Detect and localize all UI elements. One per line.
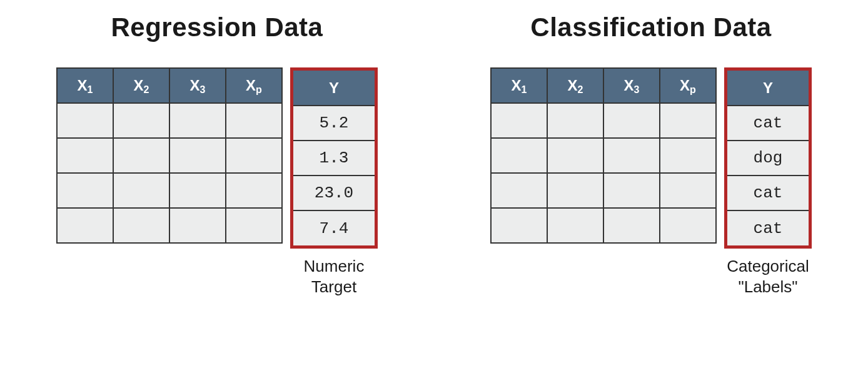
empty-cell (547, 138, 603, 173)
y-value: 5.2 (293, 106, 375, 141)
col-header-xp: Xp (226, 68, 282, 103)
empty-cell (113, 173, 169, 208)
col-header-x2: X2 (547, 68, 603, 103)
empty-cell (226, 103, 282, 138)
empty-cell (57, 103, 113, 138)
regression-y-column: Y 5.2 1.3 23.0 7.4 (290, 67, 378, 249)
empty-cell (169, 103, 226, 138)
empty-cell (491, 138, 547, 173)
empty-cell (57, 138, 113, 173)
classification-y-column: Y cat dog cat cat (724, 67, 812, 249)
empty-cell (113, 138, 169, 173)
y-value: 7.4 (293, 210, 375, 245)
col-header-x1: X1 (57, 68, 113, 103)
regression-panel: Regression Data X1 X2 X3 Xp Y 5.2 1.3 23… (56, 12, 378, 297)
y-value: 1.3 (293, 141, 375, 176)
col-header-x2: X2 (113, 68, 169, 103)
empty-cell (57, 208, 113, 243)
y-value: dog (727, 141, 809, 176)
col-header-x1: X1 (491, 68, 547, 103)
empty-cell (113, 103, 169, 138)
classification-title: Classification Data (530, 12, 771, 42)
empty-cell (603, 173, 660, 208)
empty-cell (57, 173, 113, 208)
empty-cell (547, 103, 603, 138)
y-value: cat (727, 176, 809, 210)
empty-cell (491, 208, 547, 243)
y-value: cat (727, 210, 809, 245)
empty-cell (226, 138, 282, 173)
empty-cell (603, 138, 660, 173)
empty-cell (169, 173, 226, 208)
empty-cell (660, 173, 716, 208)
empty-cell (113, 208, 169, 243)
col-header-y: Y (293, 71, 375, 106)
empty-cell (169, 138, 226, 173)
empty-cell (660, 103, 716, 138)
empty-cell (660, 208, 716, 243)
regression-table: X1 X2 X3 Xp Y 5.2 1.3 23.0 7.4 NumericTa… (56, 67, 378, 297)
regression-title: Regression Data (111, 12, 323, 42)
col-header-xp: Xp (660, 68, 716, 103)
empty-cell (547, 208, 603, 243)
y-value: cat (727, 106, 809, 141)
regression-y-caption: NumericTarget (290, 256, 378, 297)
col-header-y: Y (727, 71, 809, 106)
col-header-x3: X3 (603, 68, 660, 103)
regression-y-wrap: Y 5.2 1.3 23.0 7.4 NumericTarget (290, 67, 378, 297)
empty-cell (226, 173, 282, 208)
regression-x-grid: X1 X2 X3 Xp (56, 67, 283, 244)
classification-table: X1 X2 X3 Xp Y cat dog cat cat Categorica… (490, 67, 812, 297)
empty-cell (491, 103, 547, 138)
empty-cell (660, 138, 716, 173)
classification-x-grid: X1 X2 X3 Xp (490, 67, 717, 244)
empty-cell (226, 208, 282, 243)
classification-panel: Classification Data X1 X2 X3 Xp Y cat do… (490, 12, 812, 297)
empty-cell (491, 173, 547, 208)
empty-cell (169, 208, 226, 243)
y-value: 23.0 (293, 176, 375, 210)
col-header-x3: X3 (169, 68, 226, 103)
empty-cell (603, 208, 660, 243)
empty-cell (547, 173, 603, 208)
classification-y-wrap: Y cat dog cat cat Categorical"Labels" (724, 67, 812, 297)
empty-cell (603, 103, 660, 138)
classification-y-caption: Categorical"Labels" (724, 256, 812, 297)
